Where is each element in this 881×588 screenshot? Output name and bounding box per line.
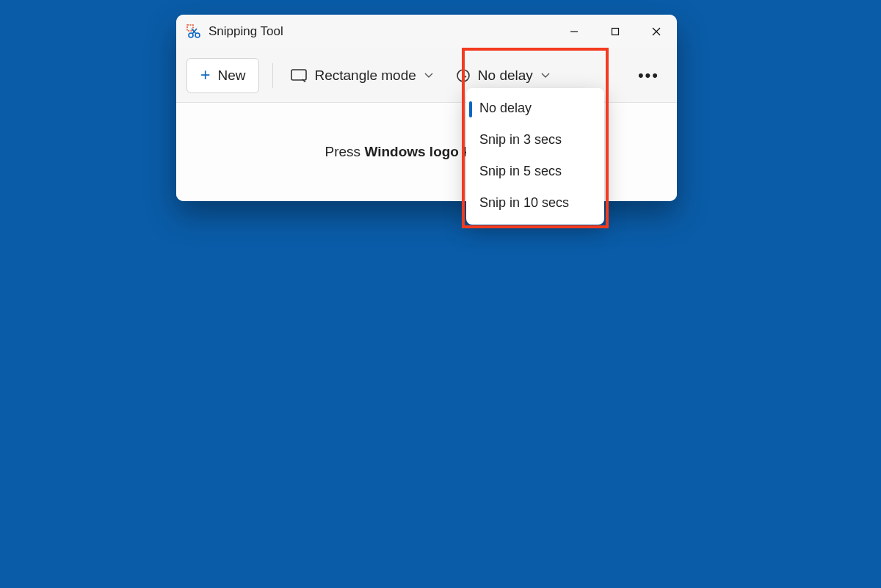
delay-option-5s[interactable]: Snip in 5 secs [466, 156, 604, 187]
delay-option-label: Snip in 5 secs [479, 164, 562, 178]
maximize-button[interactable] [595, 15, 636, 48]
delay-label: No delay [478, 68, 533, 84]
delay-option-label: Snip in 3 secs [479, 132, 562, 147]
new-button[interactable]: + New [186, 58, 259, 93]
snip-mode-dropdown[interactable]: Rectangle mode [286, 62, 438, 90]
window-title: Snipping Tool [209, 24, 283, 39]
more-button[interactable]: ••• [631, 62, 667, 90]
close-button[interactable] [636, 15, 677, 48]
plus-icon: + [200, 67, 210, 84]
delay-dropdown[interactable]: No delay [452, 62, 555, 90]
svg-rect-6 [612, 29, 619, 35]
delay-option-label: No delay [479, 101, 532, 115]
delay-option-10s[interactable]: Snip in 10 secs [466, 187, 604, 219]
mode-label: Rectangle mode [314, 68, 416, 84]
titlebar: Snipping Tool [176, 15, 677, 48]
chevron-down-icon [424, 70, 434, 81]
new-button-label: New [217, 68, 245, 84]
app-icon [186, 24, 201, 39]
window-controls [554, 15, 677, 48]
delay-option-label: Snip in 10 secs [479, 195, 569, 210]
clock-icon [456, 68, 471, 83]
chevron-down-icon [540, 70, 551, 81]
rectangle-icon [291, 69, 307, 82]
delay-option-3s[interactable]: Snip in 3 secs [466, 124, 604, 156]
toolbar-divider [272, 63, 273, 88]
ellipsis-icon: ••• [638, 66, 659, 84]
minimize-button[interactable] [554, 15, 595, 48]
delay-option-no-delay[interactable]: No delay [466, 92, 604, 124]
svg-rect-9 [291, 70, 306, 80]
delay-menu: No delay Snip in 3 secs Snip in 5 secs S… [466, 88, 604, 225]
hint-prefix: Press [325, 144, 365, 159]
svg-line-12 [463, 76, 466, 77]
